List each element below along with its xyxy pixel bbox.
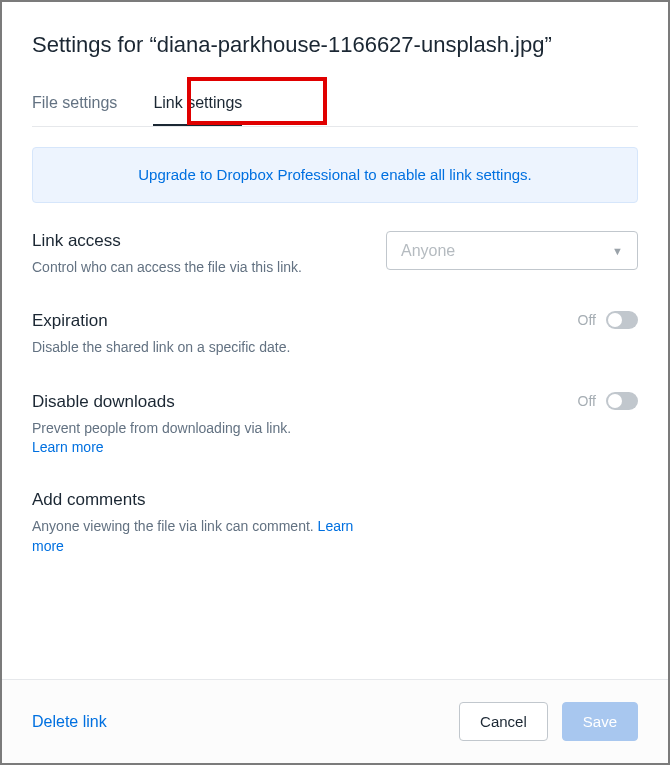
link-access-desc: Control who can access the file via this… [32, 257, 371, 277]
tab-file-settings[interactable]: File settings [32, 86, 117, 126]
expiration-desc: Disable the shared link on a specific da… [32, 337, 371, 357]
tabs-bar: File settings Link settings [32, 86, 638, 127]
delete-link[interactable]: Delete link [32, 713, 107, 731]
expiration-title: Expiration [32, 311, 371, 331]
link-access-text: Link access Control who can access the f… [32, 231, 371, 277]
disable-downloads-title: Disable downloads [32, 392, 371, 412]
upgrade-banner: Upgrade to Dropbox Professional to enabl… [32, 147, 638, 203]
disable-downloads-learn-more[interactable]: Learn more [32, 439, 104, 455]
link-access-select[interactable]: Anyone ▼ [386, 231, 638, 270]
disable-downloads-state: Off [578, 393, 596, 409]
expiration-control: Off [578, 311, 638, 329]
toggle-knob [608, 394, 622, 408]
disable-downloads-toggle[interactable] [606, 392, 638, 410]
tab-link-settings[interactable]: Link settings [153, 86, 242, 126]
link-access-row: Link access Control who can access the f… [32, 231, 638, 277]
chevron-down-icon: ▼ [612, 245, 623, 257]
disable-downloads-row: Disable downloads Prevent people from do… [32, 392, 638, 456]
link-access-control: Anyone ▼ [386, 231, 638, 270]
expiration-text: Expiration Disable the shared link on a … [32, 311, 371, 357]
add-comments-row: Add comments Anyone viewing the file via… [32, 490, 638, 557]
modal-title: Settings for “diana-parkhouse-1166627-un… [32, 32, 638, 58]
add-comments-text: Add comments Anyone viewing the file via… [32, 490, 371, 557]
expiration-row: Expiration Disable the shared link on a … [32, 311, 638, 357]
link-access-title: Link access [32, 231, 371, 251]
upgrade-link[interactable]: Upgrade to Dropbox Professional to enabl… [138, 166, 532, 183]
disable-downloads-text: Disable downloads Prevent people from do… [32, 392, 371, 456]
link-access-selected: Anyone [401, 242, 455, 260]
modal-footer: Delete link Cancel Save [2, 679, 668, 763]
settings-modal: Settings for “diana-parkhouse-1166627-un… [0, 0, 670, 765]
disable-downloads-desc: Prevent people from downloading via link… [32, 418, 371, 438]
expiration-state: Off [578, 312, 596, 328]
modal-content: Settings for “diana-parkhouse-1166627-un… [2, 2, 668, 679]
toggle-knob [608, 313, 622, 327]
expiration-toggle[interactable] [606, 311, 638, 329]
footer-buttons: Cancel Save [459, 702, 638, 741]
save-button[interactable]: Save [562, 702, 638, 741]
add-comments-title: Add comments [32, 490, 371, 510]
add-comments-desc: Anyone viewing the file via link can com… [32, 516, 371, 557]
disable-downloads-control: Off [578, 392, 638, 410]
add-comments-desc-text: Anyone viewing the file via link can com… [32, 518, 318, 534]
cancel-button[interactable]: Cancel [459, 702, 548, 741]
